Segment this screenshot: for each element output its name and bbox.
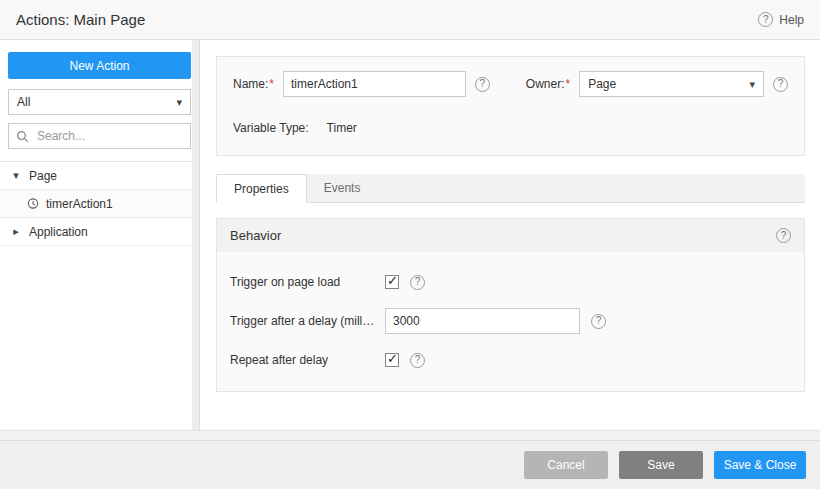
save-button[interactable]: Save — [619, 451, 703, 479]
chevron-down-icon — [749, 77, 755, 91]
repeat-after-delay-checkbox[interactable] — [385, 353, 399, 367]
help-button[interactable]: Help — [758, 12, 804, 27]
tree-item-page[interactable]: Page — [0, 162, 199, 190]
search-box — [8, 123, 191, 149]
trigger-delay-row: Trigger after a delay (millisec… — [230, 308, 791, 334]
trigger-delay-input[interactable] — [385, 308, 580, 334]
trigger-on-page-load-help-icon[interactable] — [410, 275, 425, 290]
tab-events[interactable]: Events — [307, 174, 378, 202]
action-header-form: Name:* Owner:* Page Variable Type: Timer — [216, 56, 805, 156]
search-input[interactable] — [35, 128, 183, 144]
trigger-delay-help-icon[interactable] — [591, 314, 606, 329]
trigger-on-page-load-label: Trigger on page load — [230, 275, 375, 289]
required-marker: * — [269, 77, 274, 91]
repeat-after-delay-row: Repeat after delay — [230, 347, 791, 373]
repeat-after-delay-help-icon[interactable] — [410, 353, 425, 368]
behavior-section-header: Behavior — [217, 219, 804, 252]
owner-help-icon[interactable] — [773, 77, 788, 92]
owner-dropdown-value: Page — [588, 77, 616, 91]
cancel-button[interactable]: Cancel — [524, 451, 608, 479]
help-icon — [758, 12, 773, 27]
detail-tabs: Properties Events — [216, 174, 805, 203]
new-action-button[interactable]: New Action — [8, 52, 191, 79]
filter-dropdown-value: All — [17, 95, 30, 109]
filter-dropdown[interactable]: All — [8, 89, 191, 115]
content-area: New Action All Page — [0, 40, 820, 440]
behavior-title: Behavior — [230, 228, 281, 243]
save-and-close-button[interactable]: Save & Close — [714, 451, 806, 479]
actions-editor-window: Actions: Main Page Help New Action All — [0, 0, 820, 489]
actions-sidebar: New Action All Page — [0, 40, 200, 440]
trigger-on-page-load-row: Trigger on page load — [230, 269, 791, 295]
trigger-delay-label: Trigger after a delay (millisec… — [230, 314, 375, 328]
behavior-help-icon[interactable] — [776, 228, 791, 243]
behavior-section: Behavior Trigger on page load Trigger af… — [216, 218, 805, 392]
variable-type-value: Timer — [327, 121, 357, 135]
chevron-down-icon — [176, 95, 182, 109]
tree-item-timer-action[interactable]: timerAction1 — [0, 190, 199, 218]
help-label: Help — [779, 13, 804, 27]
trigger-on-page-load-checkbox[interactable] — [385, 275, 399, 289]
tree-item-application[interactable]: Application — [0, 218, 199, 246]
sidebar-scrollbar[interactable] — [192, 40, 199, 430]
caret-down-icon — [10, 169, 22, 182]
tree-item-label: Page — [29, 169, 57, 183]
search-icon — [16, 130, 29, 143]
action-detail-panel: Name:* Owner:* Page Variable Type: Timer — [200, 40, 820, 440]
behavior-section-body: Trigger on page load Trigger after a del… — [217, 252, 804, 391]
actions-tree: Page timerAction1 Application — [0, 161, 199, 246]
name-help-icon[interactable] — [475, 77, 490, 92]
owner-label: Owner:* — [526, 77, 570, 91]
caret-right-icon — [10, 225, 22, 238]
owner-dropdown[interactable]: Page — [579, 71, 764, 97]
variable-type-label: Variable Type: — [233, 121, 309, 135]
name-input[interactable] — [283, 71, 466, 97]
tab-properties[interactable]: Properties — [216, 174, 307, 203]
footer-bar: Cancel Save Save & Close — [0, 440, 820, 489]
name-label: Name:* — [233, 77, 274, 91]
tree-item-label: Application — [29, 225, 88, 239]
repeat-after-delay-label: Repeat after delay — [230, 353, 375, 367]
timer-icon — [27, 197, 39, 210]
tree-item-label: timerAction1 — [46, 197, 113, 211]
page-title: Actions: Main Page — [16, 11, 145, 28]
header-bar: Actions: Main Page Help — [0, 0, 820, 40]
required-marker: * — [566, 77, 571, 91]
horizontal-scrollbar[interactable] — [0, 430, 820, 440]
